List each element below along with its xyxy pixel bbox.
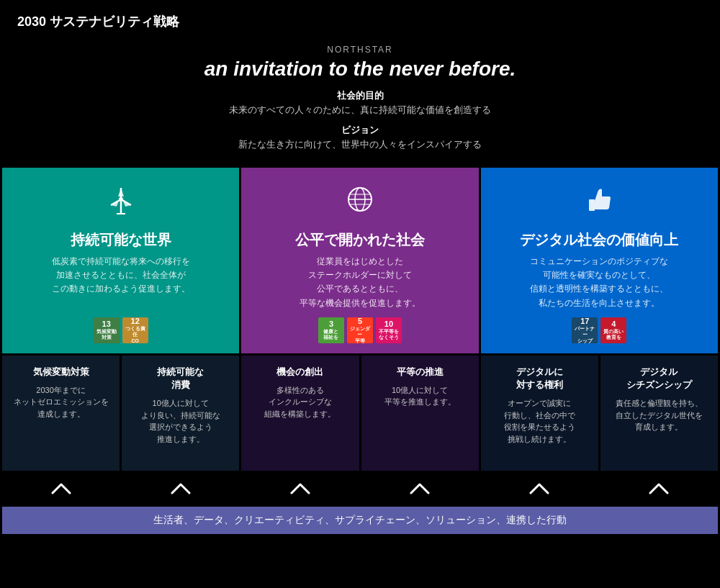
opportunity-creation-title: 機会の創出 bbox=[276, 366, 323, 379]
svg-rect-14 bbox=[589, 199, 595, 211]
opportunity-creation-desc: 多様性のあるインクルーシブな組織を構築します。 bbox=[264, 384, 336, 420]
card-digital-society-desc: コミュニケーションのポジティブな可能性を確実なものとして、信頼と透明性を構築する… bbox=[530, 255, 668, 310]
chevron-up-icon-3 bbox=[290, 480, 310, 497]
sdg-badges-blue: 17 パートナーシップ 4 質の高い教育を bbox=[572, 317, 626, 343]
digital-citizenship-desc: 責任感と倫理観を持ち、自立したデジタル世代を育成します。 bbox=[616, 397, 703, 433]
sustainable-consumption-desc: 10億人に対してより良い、持続可能な選択ができるよう推進します。 bbox=[141, 397, 220, 445]
card-sustainable-consumption: 持続可能な消費 10億人に対してより良い、持続可能な選択ができるよう推進します。 bbox=[122, 356, 239, 471]
equality-title: 平等の推進 bbox=[397, 366, 444, 379]
chevron-up-icon-2 bbox=[171, 480, 191, 497]
vision-text: 新たな生き方に向けて、世界中の人々をインスパイアする bbox=[14, 138, 706, 151]
digital-rights-title: デジタルに対する権利 bbox=[516, 366, 563, 392]
sdg-17-badge: 17 パートナーシップ bbox=[572, 317, 598, 343]
arrow-cell-5 bbox=[481, 473, 598, 505]
card-sustainable-world-desc: 低炭素で持続可能な将来への移行を加速させるとともに、社会全体がこの動きに加わるよ… bbox=[52, 255, 190, 310]
card-digital-rights: デジタルに対する権利 オープンで誠実に行動し、社会の中で役割を果たせるよう挑戦し… bbox=[481, 356, 598, 471]
sdg-badges-teal: 13 気候変動対策 12 つくる責任CO bbox=[94, 317, 148, 343]
vision-label: ビジョン bbox=[14, 124, 706, 137]
sdg-3-badge: 3 健康と福祉を bbox=[318, 317, 344, 343]
arrow-cell-1 bbox=[2, 473, 120, 505]
arrow-cell-2 bbox=[122, 473, 239, 505]
digital-rights-desc: オープンで誠実に行動し、社会の中で役割を果たせるよう挑戦し続けます。 bbox=[504, 397, 575, 445]
digital-citizenship-title: デジタルシチズンシップ bbox=[626, 366, 692, 392]
windmill-icon bbox=[104, 182, 138, 223]
card-sustainable-world: 持続可能な世界 低炭素で持続可能な将来への移行を加速させるとともに、社会全体がこ… bbox=[2, 168, 239, 353]
card-digital-society: デジタル社会の価値向上 コミュニケーションのポジティブな可能性を確実なものとして… bbox=[481, 168, 718, 353]
arrow-cell-4 bbox=[361, 473, 479, 505]
sdg-5-badge: 5 ジェンダー平等 bbox=[347, 317, 373, 343]
footer-bar: 生活者、データ、クリエーティビティ、サプライチェーン、ソリューション、連携した行… bbox=[2, 507, 718, 534]
chevron-up-icon-4 bbox=[410, 480, 430, 497]
card-fair-society-title: 公平で開かれた社会 bbox=[295, 230, 425, 249]
climate-action-title: 気候変動対策 bbox=[33, 366, 89, 379]
chevron-up-icon-1 bbox=[51, 480, 71, 497]
arrow-cell-6 bbox=[600, 473, 718, 505]
social-purpose-text: 未来のすべての人々のために、真に持続可能な価値を創造する bbox=[14, 104, 706, 117]
main-tagline: an invitation to the never before. bbox=[14, 58, 706, 81]
sdg-badges-purple: 3 健康と福祉を 5 ジェンダー平等 10 不平等をなくそう bbox=[318, 317, 402, 343]
sdg-10-badge: 10 不平等をなくそう bbox=[376, 317, 402, 343]
arrows-row bbox=[0, 471, 720, 505]
card-digital-society-title: デジタル社会の価値向上 bbox=[520, 230, 678, 249]
sdg-13-badge: 13 気候変動対策 bbox=[94, 317, 120, 343]
header-section: NORTHSTAR an invitation to the never bef… bbox=[0, 37, 720, 166]
card-opportunity-creation: 機会の創出 多様性のあるインクルーシブな組織を構築します。 bbox=[241, 356, 359, 471]
card-equality: 平等の推進 10億人に対して平等を推進します。 bbox=[361, 356, 479, 471]
card-fair-society-desc: 従業員をはじめとしたステークホルダーに対して公平であるとともに、平等な機会提供を… bbox=[300, 255, 420, 310]
svg-marker-3 bbox=[118, 188, 124, 196]
chevron-up-icon-5 bbox=[529, 480, 549, 497]
climate-action-desc: 2030年までにネットゼロエミッションを達成します。 bbox=[14, 384, 109, 420]
card-sustainable-world-title: 持続可能な世界 bbox=[71, 230, 171, 249]
globe-icon bbox=[343, 182, 377, 223]
page-title: 2030 サステナビリティ戦略 bbox=[0, 0, 720, 37]
sdg-4-badge: 4 質の高い教育を bbox=[600, 317, 626, 343]
social-purpose-label: 社会的目的 bbox=[14, 89, 706, 102]
chevron-up-icon-6 bbox=[649, 480, 669, 497]
main-cards-grid: 持続可能な世界 低炭素で持続可能な将来への移行を加速させるとともに、社会全体がこ… bbox=[0, 166, 720, 353]
equality-desc: 10億人に対して平等を推進します。 bbox=[384, 384, 456, 408]
sustainable-consumption-title: 持続可能な消費 bbox=[157, 366, 204, 392]
card-fair-society: 公平で開かれた社会 従業員をはじめとしたステークホルダーに対して公平であるととも… bbox=[241, 168, 478, 353]
northstar-label: NORTHSTAR bbox=[14, 45, 706, 55]
svg-point-6 bbox=[119, 197, 123, 202]
bottom-cards-grid: 気候変動対策 2030年までにネットゼロエミッションを達成します。 持続可能な消… bbox=[0, 353, 720, 471]
card-digital-citizenship: デジタルシチズンシップ 責任感と倫理観を持ち、自立したデジタル世代を育成します。 bbox=[600, 356, 718, 471]
card-climate-action: 気候変動対策 2030年までにネットゼロエミッションを達成します。 bbox=[2, 356, 120, 471]
sdg-12-badge: 12 つくる責任CO bbox=[122, 317, 148, 343]
arrow-cell-3 bbox=[241, 473, 359, 505]
thumbsup-icon bbox=[582, 182, 616, 223]
